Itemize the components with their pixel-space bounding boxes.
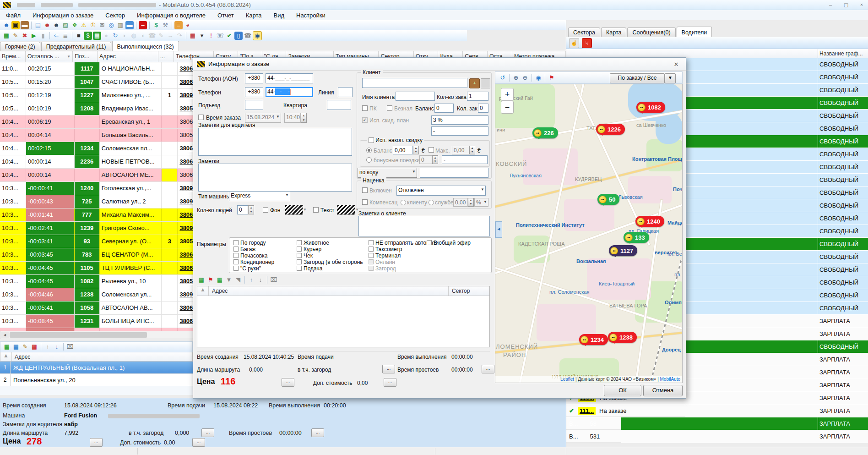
map-collapse-icon[interactable]: ◄ <box>495 221 502 238</box>
close-button[interactable]: × <box>855 1 868 9</box>
driver-row[interactable]: ЗАРПЛАТАВ...58 <box>566 417 868 430</box>
eye-toggle-icon[interactable]: ◉ <box>253 31 262 40</box>
db-import-icon[interactable]: ⇐ <box>52 32 60 40</box>
mail-icon[interactable]: ✉ <box>98 21 106 29</box>
corner-icon[interactable]: ◖ <box>139 32 147 40</box>
cashless-checkbox[interactable] <box>387 105 392 111</box>
cancel-button[interactable]: Отмена <box>643 385 683 396</box>
exclamation-icon[interactable]: ! <box>207 32 215 40</box>
balance-input[interactable]: 0 <box>434 104 454 113</box>
orders-col-header[interactable]: Адрес <box>98 51 158 62</box>
compens-stepper[interactable]: ▲▼ <box>468 198 474 207</box>
redo-icon[interactable]: ↷ <box>175 32 184 40</box>
bg-color-dropdown-icon[interactable]: ▼ <box>303 208 307 212</box>
address-row[interactable]: 2Попельнянская ул., 20 <box>0 374 193 386</box>
idle-more-button[interactable]: ... <box>311 428 324 437</box>
person-dark-icon[interactable]: ☻ <box>52 21 60 29</box>
bonus-input[interactable]: 0 <box>419 155 432 164</box>
param-checkbox-В общий эфир[interactable] <box>427 240 432 245</box>
price-more-button[interactable]: ... <box>90 438 103 447</box>
address-remove-icon[interactable]: ▦ <box>30 343 38 351</box>
db-add-icon[interactable]: ▦ <box>2 32 11 40</box>
zak-count-input[interactable]: 0 <box>478 104 488 113</box>
map-marker-1234[interactable]: ••1234 <box>579 334 608 345</box>
notes-textarea[interactable] <box>198 164 352 192</box>
map-marker-133[interactable]: ••133 <box>624 232 649 243</box>
address-row[interactable]: 1ЖД ЦЕНТРАЛЬНЫЙ (Вокзальная пл., 1) <box>0 362 193 374</box>
dlg-move-down-icon[interactable]: ↓ <box>256 276 265 284</box>
address-add2-icon[interactable]: ▦ <box>12 343 20 351</box>
order-time-input[interactable]: 10:40 <box>284 113 301 123</box>
param-checkbox-Терминал[interactable] <box>369 253 374 258</box>
param-checkbox-"С руки"[interactable] <box>233 266 239 271</box>
param-checkbox-Почасовка[interactable] <box>233 253 239 258</box>
minimize-button[interactable]: – <box>824 1 837 9</box>
car-type-select[interactable]: Express▼ <box>229 191 290 201</box>
address-add-icon[interactable]: ▦ <box>3 343 11 351</box>
orders-col-header[interactable]: Осталось ...▼ <box>26 51 73 62</box>
tab-Выполняющиеся (32)[interactable]: Выполняющиеся (32) <box>112 41 179 51</box>
leaflet-link[interactable]: Leaflet <box>560 377 574 382</box>
extra-cost-more-button[interactable]: ... <box>192 438 205 447</box>
person-red-icon[interactable]: ☻ <box>43 21 51 29</box>
apartment-input[interactable] <box>327 100 351 110</box>
order-time-stepper[interactable]: ▲▼ <box>301 113 307 123</box>
right-tab-Сектора[interactable]: Сектора <box>568 27 600 37</box>
dlg-extra-cost-more-button[interactable]: ... <box>384 378 396 387</box>
dlg-zagorod-more-button[interactable]: ... <box>382 365 395 373</box>
phone-input[interactable]: 44- - -| <box>266 87 313 97</box>
orders-col-header[interactable]: ... <box>158 51 174 62</box>
driver-code[interactable]: 111... <box>578 407 596 415</box>
menu-item-Информация о водителе[interactable]: Информация о водителе <box>131 11 212 20</box>
map-globe-icon[interactable]: ◉ <box>534 74 542 82</box>
briefcase-icon[interactable]: ▬ <box>21 21 29 29</box>
wrench-icon[interactable]: ⚒ <box>161 21 169 29</box>
report-icon[interactable]: ▤ <box>34 21 42 29</box>
entrance-input[interactable] <box>245 100 263 110</box>
map-marker-1226[interactable]: ••1226 <box>596 124 625 135</box>
bonus-input2[interactable]: - <box>442 155 488 164</box>
dlg-address-add2-icon[interactable]: ▦ <box>216 276 224 284</box>
dlg-address-add-icon[interactable]: ▦ <box>197 276 206 284</box>
right-tab-Карта[interactable]: Карта <box>601 27 626 37</box>
puzzle-icon[interactable]: ❖ <box>71 21 79 29</box>
doc-green-icon[interactable]: ▤ <box>93 32 101 40</box>
map-zoom-out-button[interactable]: − <box>501 101 514 114</box>
discount-plan-checkbox[interactable] <box>362 117 368 123</box>
ok-button[interactable]: ОК <box>604 385 641 396</box>
dollar-icon[interactable]: $ <box>152 21 160 29</box>
piechart-icon[interactable]: ◕ <box>184 21 192 29</box>
menu-item-Отчет[interactable]: Отчет <box>212 11 240 20</box>
map-marker-1238[interactable]: ••1238 <box>608 332 637 343</box>
menu-item-Вид[interactable]: Вид <box>267 11 290 20</box>
map-marker-226[interactable]: ••226 <box>532 127 558 138</box>
people-input[interactable]: 0 <box>237 205 248 214</box>
phone-circle-icon[interactable]: ☎ <box>244 32 252 40</box>
param-checkbox-НЕ отправлять автомати[interactable] <box>369 240 374 245</box>
balance2-stepper[interactable]: ▲▼ <box>413 146 419 154</box>
dlg-copy-up-icon[interactable]: ◥ <box>234 276 242 284</box>
max-stepper[interactable]: ▲▼ <box>469 146 475 154</box>
map-marker-1082[interactable]: ••1082 <box>636 102 665 113</box>
client-name-input[interactable] <box>396 92 435 101</box>
dlg-delete-icon[interactable]: ⌧ <box>270 276 278 284</box>
client-extra-button[interactable] <box>481 78 490 88</box>
param-checkbox-Животное[interactable] <box>297 240 302 245</box>
menu-item-Информация о заказе[interactable]: Информация о заказе <box>27 11 99 20</box>
max-checkbox[interactable] <box>429 147 434 153</box>
zagorod-more-button[interactable]: ... <box>201 428 214 437</box>
image-icon[interactable]: ▨ <box>61 21 70 29</box>
map-refresh-icon[interactable]: ↺ <box>499 74 507 82</box>
phone-blue-icon[interactable]: ▯ <box>234 32 243 40</box>
tab-Предварительный (11)[interactable]: Предварительный (11) <box>41 42 111 51</box>
right-tab-Сообщения(0)[interactable]: Сообщения(0) <box>627 27 675 37</box>
map[interactable]: риловский ГайичиТАТАРКса ШевченкоКонтрак… <box>495 84 683 383</box>
to-client-radio[interactable] <box>401 200 406 205</box>
card-icon[interactable]: ▬ <box>125 21 134 29</box>
param-checkbox-Подача[interactable] <box>297 266 302 271</box>
database-icon[interactable]: ▥ <box>116 21 125 29</box>
compens-input[interactable]: 0,00 <box>453 198 468 207</box>
discount-plan-input2[interactable]: - <box>431 126 488 136</box>
map-add-marker-icon[interactable]: ⚑ <box>548 74 556 82</box>
dlg-idle-more-button[interactable]: ... <box>482 365 494 373</box>
